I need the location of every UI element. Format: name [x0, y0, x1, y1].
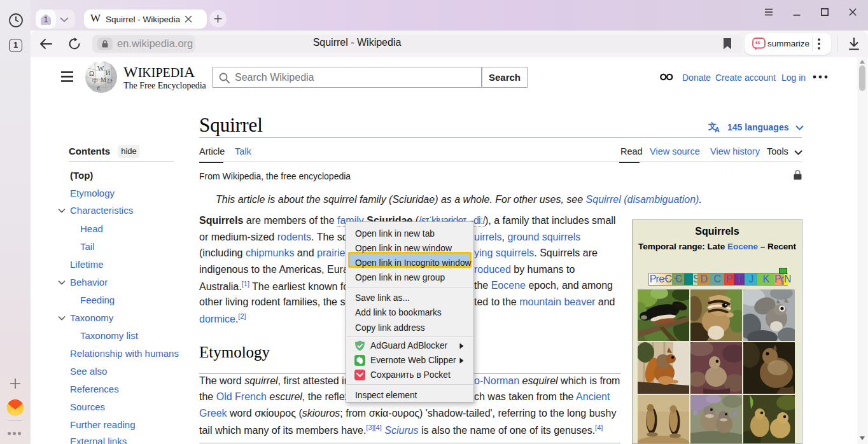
svg-text:W: W: [97, 64, 104, 72]
svg-text:ひ: ひ: [107, 78, 113, 84]
svg-text:中: 中: [92, 78, 98, 84]
svg-text:“: “: [755, 38, 761, 50]
svg-text:ج: ج: [97, 84, 101, 90]
svg-text:И: И: [106, 69, 110, 76]
svg-text:Μ: Μ: [101, 76, 106, 83]
svg-text:A: A: [715, 126, 720, 132]
svg-text:Ω: Ω: [89, 69, 94, 77]
